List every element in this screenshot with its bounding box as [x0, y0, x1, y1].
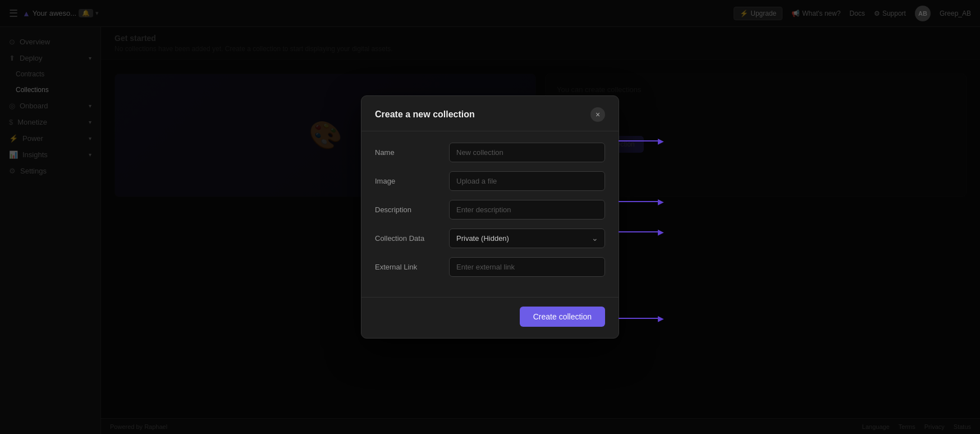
- modal-overlay: Create a new collection × Name Image: [0, 0, 980, 434]
- modal-container: Create a new collection × Name Image: [361, 95, 619, 339]
- modal-footer: Create collection: [361, 297, 619, 338]
- create-collection-modal: Create a new collection × Name Image: [361, 95, 619, 339]
- close-icon: ×: [596, 110, 600, 119]
- image-label: Image: [375, 177, 442, 185]
- collection-data-select[interactable]: Private (Hidden) Public: [449, 229, 605, 248]
- create-collection-button[interactable]: Create collection: [520, 307, 605, 327]
- description-label: Description: [375, 205, 442, 214]
- modal-body: Name Image Description Collection Data: [361, 131, 619, 297]
- name-input[interactable]: [449, 143, 605, 162]
- external-link-label: External Link: [375, 263, 442, 271]
- modal-header: Create a new collection ×: [361, 96, 619, 131]
- modal-close-button[interactable]: ×: [590, 107, 605, 122]
- collection-data-field-row: Collection Data Private (Hidden) Public: [375, 229, 605, 248]
- collection-data-select-wrapper: Private (Hidden) Public: [449, 229, 605, 248]
- collection-data-arrow: ▶: [619, 227, 664, 236]
- collection-data-label: Collection Data: [375, 234, 442, 243]
- name-field-row: Name: [375, 143, 605, 162]
- name-label: Name: [375, 148, 442, 157]
- external-link-input[interactable]: [449, 257, 605, 277]
- image-input[interactable]: [449, 171, 605, 191]
- description-field-arrow: ▶: [619, 197, 664, 206]
- modal-title: Create a new collection: [375, 109, 475, 120]
- description-field-row: Description: [375, 200, 605, 220]
- submit-button-arrow: ▶: [619, 314, 664, 323]
- external-link-field-row: External Link: [375, 257, 605, 277]
- image-field-row: Image: [375, 171, 605, 191]
- name-field-arrow: ▶: [619, 136, 664, 145]
- create-collection-label: Create collection: [533, 312, 592, 321]
- description-input[interactable]: [449, 200, 605, 220]
